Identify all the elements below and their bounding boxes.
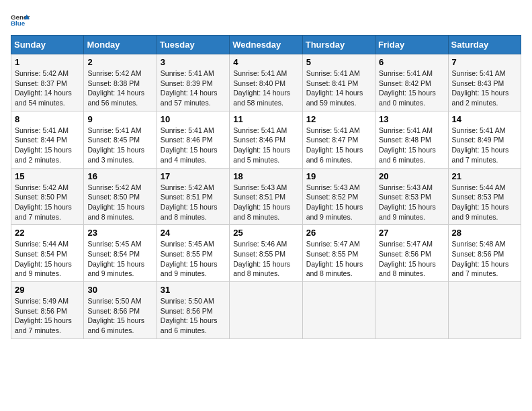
day-info: Sunrise: 5:47 AMSunset: 8:56 PMDaylight:… (379, 239, 444, 279)
calendar-cell: 4Sunrise: 5:41 AMSunset: 8:40 PMDaylight… (230, 54, 302, 111)
day-info: Sunrise: 5:41 AMSunset: 8:43 PMDaylight:… (452, 68, 517, 108)
calendar-cell: 26Sunrise: 5:47 AMSunset: 8:55 PMDayligh… (302, 225, 375, 282)
calendar-week-1: 1Sunrise: 5:42 AMSunset: 8:37 PMDaylight… (11, 54, 521, 111)
calendar-cell: 8Sunrise: 5:41 AMSunset: 8:44 PMDaylight… (11, 111, 84, 168)
calendar-cell: 27Sunrise: 5:47 AMSunset: 8:56 PMDayligh… (375, 225, 448, 282)
day-number: 1 (15, 57, 80, 67)
weekday-saturday: Saturday (448, 36, 521, 54)
calendar-cell: 19Sunrise: 5:43 AMSunset: 8:52 PMDayligh… (302, 168, 375, 225)
calendar-cell: 15Sunrise: 5:42 AMSunset: 8:50 PMDayligh… (11, 168, 84, 225)
day-info: Sunrise: 5:41 AMSunset: 8:44 PMDaylight:… (15, 126, 80, 165)
calendar-week-2: 8Sunrise: 5:41 AMSunset: 8:44 PMDaylight… (11, 111, 521, 168)
page-header: General Blue (11, 11, 521, 30)
day-number: 31 (161, 285, 226, 295)
day-number: 25 (233, 228, 298, 238)
day-info: Sunrise: 5:43 AMSunset: 8:53 PMDaylight:… (379, 183, 444, 222)
calendar-cell (448, 282, 521, 339)
day-number: 24 (161, 228, 226, 238)
calendar-cell: 1Sunrise: 5:42 AMSunset: 8:37 PMDaylight… (11, 54, 84, 111)
calendar-cell (375, 282, 448, 339)
calendar-cell: 9Sunrise: 5:41 AMSunset: 8:45 PMDaylight… (84, 111, 157, 168)
weekday-friday: Friday (375, 36, 448, 54)
day-info: Sunrise: 5:41 AMSunset: 8:46 PMDaylight:… (233, 126, 298, 165)
day-number: 8 (15, 114, 80, 124)
weekday-sunday: Sunday (11, 36, 84, 54)
calendar-cell: 10Sunrise: 5:41 AMSunset: 8:46 PMDayligh… (157, 111, 229, 168)
day-number: 15 (15, 171, 80, 181)
day-info: Sunrise: 5:41 AMSunset: 8:47 PMDaylight:… (306, 126, 371, 165)
day-info: Sunrise: 5:42 AMSunset: 8:51 PMDaylight:… (161, 183, 226, 222)
day-info: Sunrise: 5:41 AMSunset: 8:46 PMDaylight:… (161, 126, 226, 165)
day-number: 12 (306, 114, 371, 124)
day-info: Sunrise: 5:42 AMSunset: 8:50 PMDaylight:… (87, 183, 152, 222)
calendar-cell: 21Sunrise: 5:44 AMSunset: 8:53 PMDayligh… (448, 168, 521, 225)
day-info: Sunrise: 5:41 AMSunset: 8:39 PMDaylight:… (161, 68, 226, 108)
day-number: 11 (233, 114, 298, 124)
calendar-cell: 30Sunrise: 5:50 AMSunset: 8:56 PMDayligh… (84, 282, 157, 339)
weekday-monday: Monday (84, 36, 157, 54)
day-number: 4 (233, 57, 298, 67)
calendar-cell: 7Sunrise: 5:41 AMSunset: 8:43 PMDaylight… (448, 54, 521, 111)
calendar-cell (302, 282, 375, 339)
day-number: 17 (161, 171, 226, 181)
day-info: Sunrise: 5:42 AMSunset: 8:37 PMDaylight:… (15, 68, 80, 108)
day-number: 10 (161, 114, 226, 124)
calendar-table: SundayMondayTuesdayWednesdayThursdayFrid… (11, 35, 521, 339)
day-number: 18 (233, 171, 298, 181)
day-number: 27 (379, 228, 444, 238)
day-number: 29 (15, 285, 80, 295)
day-info: Sunrise: 5:41 AMSunset: 8:42 PMDaylight:… (379, 68, 444, 108)
weekday-header-row: SundayMondayTuesdayWednesdayThursdayFrid… (11, 36, 521, 54)
calendar-cell: 20Sunrise: 5:43 AMSunset: 8:53 PMDayligh… (375, 168, 448, 225)
calendar-week-5: 29Sunrise: 5:49 AMSunset: 8:56 PMDayligh… (11, 282, 521, 339)
day-number: 6 (379, 57, 444, 67)
calendar-cell: 16Sunrise: 5:42 AMSunset: 8:50 PMDayligh… (84, 168, 157, 225)
day-info: Sunrise: 5:45 AMSunset: 8:55 PMDaylight:… (161, 239, 226, 279)
day-number: 20 (379, 171, 444, 181)
weekday-tuesday: Tuesday (157, 36, 229, 54)
day-info: Sunrise: 5:43 AMSunset: 8:51 PMDaylight:… (233, 183, 298, 222)
day-info: Sunrise: 5:50 AMSunset: 8:56 PMDaylight:… (161, 296, 226, 336)
calendar-cell: 25Sunrise: 5:46 AMSunset: 8:55 PMDayligh… (230, 225, 302, 282)
day-info: Sunrise: 5:42 AMSunset: 8:50 PMDaylight:… (15, 183, 80, 222)
calendar-cell: 6Sunrise: 5:41 AMSunset: 8:42 PMDaylight… (375, 54, 448, 111)
calendar-cell: 17Sunrise: 5:42 AMSunset: 8:51 PMDayligh… (157, 168, 229, 225)
day-number: 22 (15, 228, 80, 238)
calendar-cell: 29Sunrise: 5:49 AMSunset: 8:56 PMDayligh… (11, 282, 84, 339)
day-info: Sunrise: 5:43 AMSunset: 8:52 PMDaylight:… (306, 183, 371, 222)
day-info: Sunrise: 5:49 AMSunset: 8:56 PMDaylight:… (15, 296, 80, 336)
calendar-cell: 5Sunrise: 5:41 AMSunset: 8:41 PMDaylight… (302, 54, 375, 111)
day-number: 21 (452, 171, 517, 181)
day-number: 14 (452, 114, 517, 124)
calendar-cell: 28Sunrise: 5:48 AMSunset: 8:56 PMDayligh… (448, 225, 521, 282)
calendar-week-3: 15Sunrise: 5:42 AMSunset: 8:50 PMDayligh… (11, 168, 521, 225)
day-info: Sunrise: 5:41 AMSunset: 8:45 PMDaylight:… (87, 126, 152, 165)
day-number: 2 (87, 57, 152, 67)
calendar-cell: 13Sunrise: 5:41 AMSunset: 8:48 PMDayligh… (375, 111, 448, 168)
day-number: 7 (452, 57, 517, 67)
day-number: 23 (87, 228, 152, 238)
logo-icon: General Blue (11, 11, 30, 30)
calendar-cell: 24Sunrise: 5:45 AMSunset: 8:55 PMDayligh… (157, 225, 229, 282)
day-number: 16 (87, 171, 152, 181)
calendar-cell: 18Sunrise: 5:43 AMSunset: 8:51 PMDayligh… (230, 168, 302, 225)
calendar-cell: 11Sunrise: 5:41 AMSunset: 8:46 PMDayligh… (230, 111, 302, 168)
logo: General Blue (11, 11, 32, 30)
day-number: 30 (87, 285, 152, 295)
day-info: Sunrise: 5:50 AMSunset: 8:56 PMDaylight:… (87, 296, 152, 336)
day-info: Sunrise: 5:44 AMSunset: 8:54 PMDaylight:… (15, 239, 80, 279)
calendar-week-4: 22Sunrise: 5:44 AMSunset: 8:54 PMDayligh… (11, 225, 521, 282)
day-info: Sunrise: 5:41 AMSunset: 8:48 PMDaylight:… (379, 126, 444, 165)
day-number: 5 (306, 57, 371, 67)
day-number: 19 (306, 171, 371, 181)
day-info: Sunrise: 5:41 AMSunset: 8:49 PMDaylight:… (452, 126, 517, 165)
day-number: 9 (87, 114, 152, 124)
day-number: 26 (306, 228, 371, 238)
calendar-body: 1Sunrise: 5:42 AMSunset: 8:37 PMDaylight… (11, 54, 521, 339)
calendar-cell: 31Sunrise: 5:50 AMSunset: 8:56 PMDayligh… (157, 282, 229, 339)
svg-text:Blue: Blue (11, 19, 26, 27)
day-info: Sunrise: 5:47 AMSunset: 8:55 PMDaylight:… (306, 239, 371, 279)
day-info: Sunrise: 5:45 AMSunset: 8:54 PMDaylight:… (87, 239, 152, 279)
day-info: Sunrise: 5:41 AMSunset: 8:40 PMDaylight:… (233, 68, 298, 108)
day-info: Sunrise: 5:41 AMSunset: 8:41 PMDaylight:… (306, 68, 371, 108)
